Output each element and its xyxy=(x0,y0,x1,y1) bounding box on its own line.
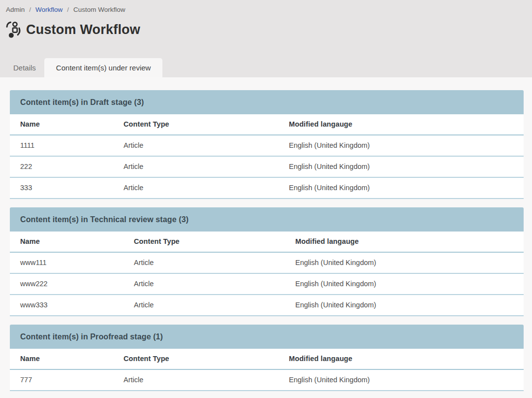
cell-name: www222 xyxy=(10,273,124,295)
table-row: 1111 Article English (United Kingdom) xyxy=(10,135,524,156)
cell-modified-language: English (United Kingdom) xyxy=(279,156,524,177)
tab-content-items-under-review[interactable]: Content item(s) under review xyxy=(44,58,163,77)
column-header-content-type: Content Type xyxy=(113,114,279,135)
tab-details[interactable]: Details xyxy=(13,58,36,77)
cell-modified-language: English (United Kingdom) xyxy=(279,177,524,199)
cell-modified-language: English (United Kingdom) xyxy=(279,369,524,391)
cell-content-type: Article xyxy=(113,369,279,391)
cell-modified-language: English (United Kingdom) xyxy=(285,252,524,273)
stage-header: Content item(s) in Technical review stag… xyxy=(10,207,524,232)
table-row: 777 Article English (United Kingdom) xyxy=(10,369,524,391)
cell-name: www333 xyxy=(10,295,124,316)
stage-section-technical-review: Content item(s) in Technical review stag… xyxy=(10,207,524,316)
table-row: www333 Article English (United Kingdom) xyxy=(10,295,524,316)
cell-name: 333 xyxy=(10,177,113,199)
table-row: 333 Article English (United Kingdom) xyxy=(10,177,524,199)
stage-table: Name Content Type Modified langauge 1111… xyxy=(10,114,524,199)
table-row: 222 Article English (United Kingdom) xyxy=(10,156,524,177)
column-header-modified-language: Modified langauge xyxy=(279,114,524,135)
table-row: www222 Article English (United Kingdom) xyxy=(10,273,524,295)
table-row: www111 Article English (United Kingdom) xyxy=(10,252,524,273)
breadcrumb: Admin / Workflow / Custom Workflow xyxy=(0,0,532,13)
workflow-icon xyxy=(5,21,22,39)
cell-name: www111 xyxy=(10,252,124,273)
column-header-content-type: Content Type xyxy=(113,349,279,369)
cell-modified-language: English (United Kingdom) xyxy=(285,295,524,316)
stage-table: Name Content Type Modified langauge www1… xyxy=(10,232,524,316)
table-header-row: Name Content Type Modified langauge xyxy=(10,349,524,369)
cell-modified-language: English (United Kingdom) xyxy=(279,135,524,156)
stage-header: Content item(s) in Draft stage (3) xyxy=(10,90,524,114)
main-content: Content item(s) in Draft stage (3) Name … xyxy=(0,77,532,398)
table-header-row: Name Content Type Modified langauge xyxy=(10,232,524,252)
column-header-name: Name xyxy=(10,349,113,369)
breadcrumb-separator: / xyxy=(67,6,69,13)
tab-bar: Details Content item(s) under review xyxy=(0,58,532,77)
column-header-modified-language: Modified langauge xyxy=(285,232,524,252)
column-header-modified-language: Modified langauge xyxy=(279,349,524,369)
stage-section-draft: Content item(s) in Draft stage (3) Name … xyxy=(10,90,524,199)
breadcrumb-item-current: Custom Workflow xyxy=(73,6,125,13)
stage-section-proofread: Content item(s) in Proofread stage (1) N… xyxy=(10,325,524,391)
page-top-band: Admin / Workflow / Custom Workflow Custo… xyxy=(0,0,532,77)
column-header-name: Name xyxy=(10,232,124,252)
title-row: Custom Workflow xyxy=(5,21,532,39)
table-header-row: Name Content Type Modified langauge xyxy=(10,114,524,135)
cell-name: 222 xyxy=(10,156,113,177)
stage-header: Content item(s) in Proofread stage (1) xyxy=(10,325,524,349)
cell-content-type: Article xyxy=(113,177,279,199)
page-title: Custom Workflow xyxy=(26,22,140,37)
stage-table: Name Content Type Modified langauge 777 … xyxy=(10,349,524,391)
cell-content-type: Article xyxy=(124,252,285,273)
breadcrumb-separator: / xyxy=(29,6,31,13)
column-header-name: Name xyxy=(10,114,113,135)
cell-name: 777 xyxy=(10,369,113,391)
breadcrumb-item-admin: Admin xyxy=(6,6,25,13)
cell-content-type: Article xyxy=(113,135,279,156)
cell-content-type: Article xyxy=(124,273,285,295)
cell-content-type: Article xyxy=(124,295,285,316)
breadcrumb-link-workflow[interactable]: Workflow xyxy=(35,6,63,13)
cell-modified-language: English (United Kingdom) xyxy=(285,273,524,295)
cell-name: 1111 xyxy=(10,135,113,156)
column-header-content-type: Content Type xyxy=(124,232,285,252)
cell-content-type: Article xyxy=(113,156,279,177)
